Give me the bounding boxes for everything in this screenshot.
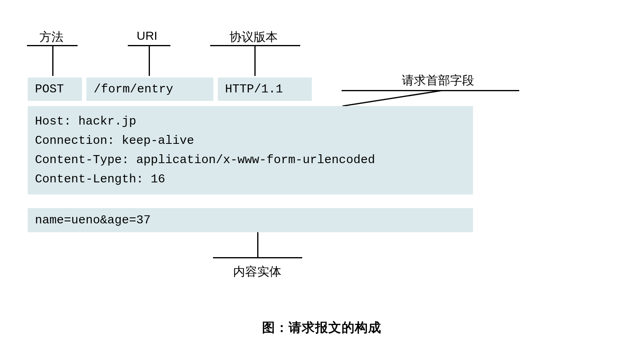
text-body: name=ueno&age=37 [35, 213, 151, 227]
underline-body [213, 257, 302, 258]
svg-line-0 [342, 90, 445, 106]
label-body: 内容实体 [233, 264, 281, 280]
headers-line-2: Content-Type: application/x-www-form-url… [35, 153, 375, 167]
stem-protocol [254, 46, 256, 76]
figure-caption: 图：请求报文的构成 [0, 319, 643, 337]
box-protocol: HTTP/1.1 [218, 78, 312, 101]
headers-line-3: Content-Length: 16 [35, 172, 165, 186]
stem-uri [149, 46, 150, 76]
headers-line-0: Host: hackr.jp [35, 115, 136, 128]
label-method: 方法 [39, 29, 63, 45]
stem-method [52, 46, 53, 76]
box-method: POST [28, 78, 82, 101]
text-method: POST [35, 82, 64, 96]
label-protocol: 协议版本 [229, 29, 278, 45]
label-uri: URI [137, 29, 158, 43]
text-protocol: HTTP/1.1 [225, 82, 283, 96]
text-uri: /form/entry [94, 82, 173, 96]
box-body: name=ueno&age=37 [28, 208, 473, 232]
box-headers: Host: hackr.jp Connection: keep-alive Co… [28, 106, 473, 194]
headers-line-1: Connection: keep-alive [35, 134, 194, 147]
stem-body [257, 232, 258, 257]
label-headers: 请求首部字段 [402, 72, 474, 89]
box-uri: /form/entry [86, 78, 213, 101]
diag-headers-pointer [342, 90, 445, 106]
